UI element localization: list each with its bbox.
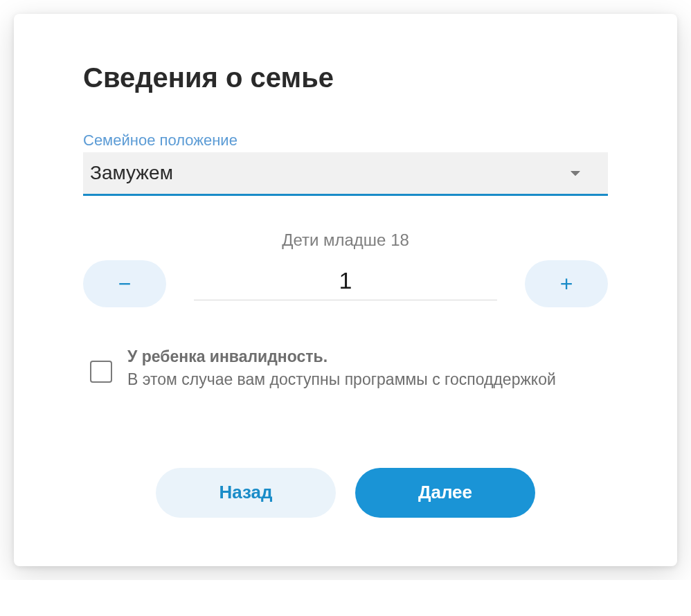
next-button[interactable]: Далее xyxy=(355,468,535,518)
children-stepper-section: Дети младше 18 − 1 + xyxy=(83,230,608,307)
increment-button[interactable]: + xyxy=(525,260,608,307)
disability-checkbox[interactable] xyxy=(90,361,112,383)
children-value-wrap: 1 xyxy=(180,267,511,300)
decrement-button[interactable]: − xyxy=(83,260,166,307)
chevron-down-icon xyxy=(571,167,580,179)
children-value[interactable]: 1 xyxy=(194,267,497,300)
back-button[interactable]: Назад xyxy=(156,468,336,518)
marital-status-value: Замужем xyxy=(90,162,173,184)
children-stepper: − 1 + xyxy=(83,260,608,307)
children-label: Дети младше 18 xyxy=(83,230,608,250)
marital-status-field: Семейное положение Замужем xyxy=(83,132,608,196)
disability-text: У ребенка инвалидность. В этом случае ва… xyxy=(127,345,556,392)
disability-subtext: В этом случае вам доступны программы с г… xyxy=(127,370,556,388)
nav-buttons: Назад Далее xyxy=(83,468,608,518)
page-title: Сведения о семье xyxy=(83,62,608,93)
minus-icon: − xyxy=(118,273,132,295)
disability-title: У ребенка инвалидность. xyxy=(127,347,327,365)
plus-icon: + xyxy=(560,273,573,295)
disability-checkbox-row: У ребенка инвалидность. В этом случае ва… xyxy=(83,345,608,392)
marital-status-select[interactable]: Замужем xyxy=(83,152,608,196)
family-info-card: Сведения о семье Семейное положение Заму… xyxy=(14,14,677,566)
marital-status-label: Семейное положение xyxy=(83,132,608,150)
svg-marker-0 xyxy=(571,171,580,176)
